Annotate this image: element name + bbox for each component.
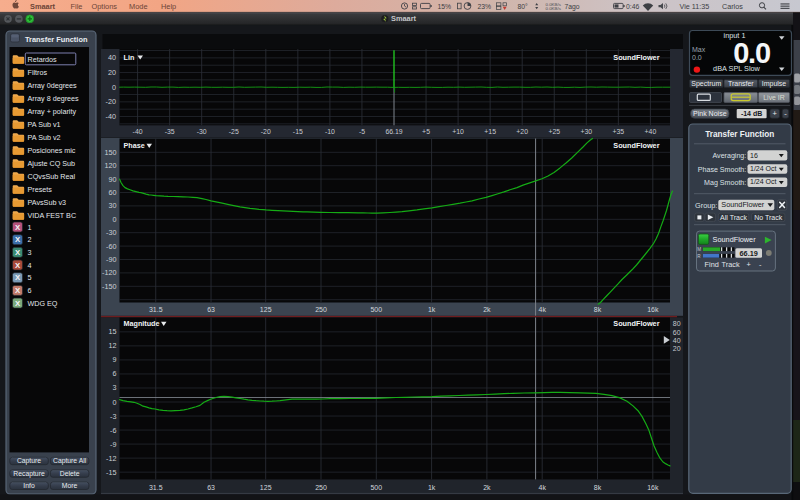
svg-text:-15: -15 — [293, 128, 303, 135]
svg-text:Recapture: Recapture — [13, 470, 45, 478]
svg-text:20: 20 — [673, 345, 681, 352]
svg-text:X: X — [15, 261, 21, 270]
svg-text:Max: Max — [692, 46, 706, 53]
svg-text:2k: 2k — [483, 484, 491, 491]
svg-text:+5: +5 — [422, 128, 430, 135]
svg-text:SoundFlower: SoundFlower — [721, 200, 765, 209]
svg-text:8k: 8k — [594, 484, 602, 491]
svg-text:-120: -120 — [102, 268, 116, 277]
svg-text:VIDA FEST BC: VIDA FEST BC — [28, 211, 77, 220]
svg-text:-5: -5 — [359, 128, 365, 135]
svg-text:1/24 Oct: 1/24 Oct — [750, 165, 777, 172]
svg-text:16: 16 — [750, 152, 758, 159]
svg-text:-3: -3 — [110, 412, 116, 421]
svg-text:16k: 16k — [647, 484, 659, 491]
svg-text:Lin: Lin — [124, 53, 135, 62]
svg-text:60: 60 — [109, 188, 117, 197]
svg-text:1k: 1k — [428, 306, 436, 313]
svg-text:+30: +30 — [580, 128, 592, 135]
svg-text:Magnitude: Magnitude — [124, 319, 160, 328]
svg-text:Posiciones mic: Posiciones mic — [28, 146, 76, 155]
svg-text:Impulse: Impulse — [762, 80, 787, 88]
svg-text:Options: Options — [92, 2, 118, 11]
svg-text:-15: -15 — [106, 468, 116, 477]
svg-text:PA Sub v2: PA Sub v2 — [28, 133, 61, 142]
svg-text:3: 3 — [113, 383, 117, 392]
svg-text:-60: -60 — [106, 242, 116, 251]
svg-text:Find: Find — [705, 260, 719, 269]
svg-text:Info: Info — [23, 482, 35, 489]
svg-text:+25: +25 — [548, 128, 560, 135]
svg-text:8k: 8k — [594, 306, 602, 313]
svg-text:+20: +20 — [516, 128, 528, 135]
svg-text:0.0KB/s: 0.0KB/s — [546, 6, 562, 11]
svg-text:Delete: Delete — [60, 470, 80, 477]
svg-text:120: 120 — [105, 161, 117, 170]
svg-text:500: 500 — [370, 484, 382, 491]
svg-text:40: 40 — [108, 53, 116, 62]
svg-text:Averaging:: Averaging: — [713, 152, 747, 160]
svg-text:X: X — [15, 286, 21, 295]
svg-text:X: X — [15, 223, 21, 232]
svg-text:1/24 Oct: 1/24 Oct — [750, 178, 777, 185]
svg-text:X: X — [15, 273, 21, 282]
svg-text:Help: Help — [161, 2, 176, 11]
svg-text:-12: -12 — [106, 454, 116, 463]
svg-text:63: 63 — [207, 484, 215, 491]
svg-text:250: 250 — [315, 306, 327, 313]
svg-text:X: X — [15, 299, 21, 308]
svg-text:0:46: 0:46 — [626, 3, 639, 10]
svg-text:4k: 4k — [538, 306, 546, 313]
svg-text:Retardos: Retardos — [28, 55, 58, 64]
svg-text:150: 150 — [105, 148, 117, 157]
svg-text:4k: 4k — [538, 484, 546, 491]
svg-text:-14 dB: -14 dB — [741, 110, 762, 117]
svg-text:Live IR: Live IR — [763, 94, 784, 101]
svg-text:6: 6 — [28, 286, 32, 295]
svg-text:66.19: 66.19 — [740, 249, 758, 258]
svg-text:More: More — [62, 482, 78, 489]
svg-text:31.5: 31.5 — [149, 306, 163, 313]
svg-text:1: 1 — [28, 223, 32, 232]
svg-text:Mag Smooth:: Mag Smooth: — [704, 179, 746, 187]
svg-text:Transfer Function: Transfer Function — [25, 35, 88, 44]
svg-text:File: File — [71, 2, 83, 11]
svg-text:CQvsSub Real: CQvsSub Real — [28, 172, 76, 181]
svg-text:SoundFlower: SoundFlower — [613, 141, 659, 150]
svg-text:15%: 15% — [438, 3, 452, 10]
svg-text:16k: 16k — [647, 306, 659, 313]
svg-text:3: 3 — [28, 248, 32, 257]
svg-text:X: X — [15, 235, 21, 244]
svg-text:9: 9 — [113, 355, 117, 364]
svg-text:-150: -150 — [102, 282, 116, 291]
svg-text:31.5: 31.5 — [149, 484, 163, 491]
svg-text:All Track: All Track — [720, 214, 747, 221]
svg-text:WDG EQ: WDG EQ — [28, 299, 58, 308]
svg-text:-35: -35 — [165, 128, 175, 135]
svg-text:Array + polarity: Array + polarity — [28, 107, 77, 116]
svg-text:20: 20 — [108, 68, 116, 77]
svg-text:Phase Smooth:: Phase Smooth: — [698, 166, 747, 174]
svg-text:SoundFlower: SoundFlower — [613, 319, 659, 328]
svg-text:125: 125 — [260, 484, 272, 491]
svg-text:Mode: Mode — [129, 2, 148, 11]
svg-text:Phase: Phase — [124, 141, 145, 150]
svg-text:-25: -25 — [229, 128, 239, 135]
svg-text:SoundFlower: SoundFlower — [713, 235, 757, 244]
svg-text:250: 250 — [315, 484, 327, 491]
svg-text:80: 80 — [673, 320, 681, 327]
svg-text:Transfer Function: Transfer Function — [705, 130, 774, 139]
svg-text:Filtros: Filtros — [28, 68, 48, 77]
svg-text:Capture All: Capture All — [53, 457, 87, 465]
svg-text:66.19: 66.19 — [385, 128, 402, 135]
svg-text:4: 4 — [28, 261, 32, 270]
svg-text:+10: +10 — [452, 128, 464, 135]
svg-text:15: 15 — [109, 327, 117, 336]
svg-text:Group:: Group: — [695, 201, 717, 210]
svg-text:90: 90 — [109, 175, 117, 184]
svg-text:Presets: Presets — [28, 185, 53, 194]
svg-text:+15: +15 — [484, 128, 496, 135]
svg-text:Array 8 degrees: Array 8 degrees — [28, 94, 80, 103]
svg-text:No Track: No Track — [754, 214, 783, 221]
svg-text:500: 500 — [370, 306, 382, 313]
